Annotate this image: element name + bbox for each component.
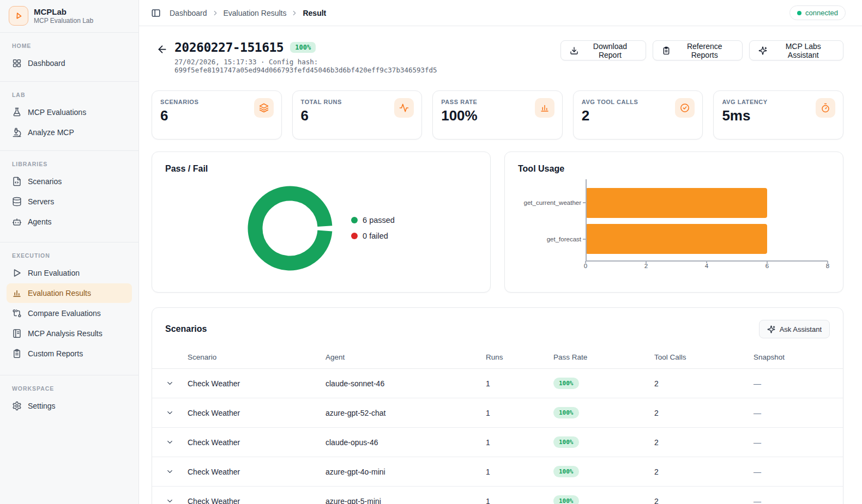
breadcrumb-dashboard[interactable]: Dashboard [170, 9, 207, 17]
mcp-labs-assistant-button[interactable]: MCP Labs Assistant [749, 40, 843, 60]
sidebar-item-label: Analyze MCP [28, 128, 74, 137]
tool-usage-category-label: get_forecast [518, 236, 586, 242]
sidebar-item-scenarios[interactable]: Scenarios [7, 172, 132, 191]
topbar: Dashboard Evaluation Results Result conn… [139, 0, 862, 26]
tool-usage-x-tick: 4 [705, 263, 708, 269]
tool-usage-bar-row: get_current_weather [518, 188, 828, 218]
chevron-down-icon[interactable] [166, 497, 188, 504]
sidebar-item-label: Compare Evaluations [28, 309, 101, 318]
stats-row: SCENARIOS 6 TOTAL RUNS 6 PASS RATE 100% … [152, 90, 843, 139]
chevron-down-icon[interactable] [166, 467, 188, 476]
table-row[interactable]: Check Weather claude-sonnet-46 1 100% 2 … [152, 369, 843, 398]
sidebar-item-label: MCP Evaluations [28, 108, 86, 117]
ask-assistant-button[interactable]: Ask Assistant [759, 320, 830, 338]
reference-reports-button[interactable]: Reference Reports [653, 40, 743, 60]
pass-rate-pill: 100% [553, 436, 579, 448]
pass-fail-title: Pass / Fail [165, 164, 477, 174]
breadcrumb-evaluation-results[interactable]: Evaluation Results [224, 9, 287, 17]
dashboard-grid-icon [12, 58, 22, 68]
charts-row: Pass / Fail 6 passed [152, 151, 843, 293]
main-area: Dashboard Evaluation Results Result conn… [139, 0, 862, 504]
chevron-down-icon[interactable] [166, 409, 188, 417]
table-row[interactable]: Check Weather azure-gpt-4o-mini 1 100% 2… [152, 457, 843, 487]
tool-usage-x-tick: 8 [826, 263, 829, 269]
app-name: MCPLab [34, 7, 93, 17]
run-meta: 27/02/2026, 15:17:33 · Config hash: 699f… [174, 58, 560, 74]
tool-usage-bar-row: get_forecast [518, 224, 828, 254]
section-label-libraries: LIBRARIES [7, 151, 132, 172]
sidebar-item-label: Evaluation Results [28, 289, 91, 297]
breadcrumb: Dashboard Evaluation Results Result [170, 9, 326, 17]
table-row[interactable]: Check Weather azure-gpt-5-mini 1 100% 2 … [152, 487, 843, 504]
tool-usage-x-tick: 2 [644, 263, 648, 269]
microscope-icon [12, 127, 22, 137]
sidebar-item-label: Settings [28, 402, 56, 410]
section-label-lab: LAB [7, 82, 132, 102]
connection-status-label: connected [805, 9, 838, 17]
sidebar: MCPLab MCP Evaluation Lab HOME Dashboard… [0, 0, 139, 504]
sidebar-item-analyze-mcp[interactable]: Analyze MCP [7, 123, 132, 142]
chevron-down-icon[interactable] [166, 438, 188, 446]
bar-chart-icon [12, 288, 22, 298]
failed-dot-icon [351, 233, 358, 239]
section-label-workspace: WORKSPACE [7, 375, 132, 396]
database-icon [12, 197, 22, 207]
clipboard-icon [662, 46, 671, 55]
sidebar-item-label: Scenarios [28, 177, 62, 186]
download-report-button[interactable]: Download Report [560, 40, 646, 60]
sidebar-item-mcp-analysis-results[interactable]: MCP Analysis Results [7, 324, 132, 343]
tool-usage-bar [586, 224, 767, 254]
sidebar-item-mcp-evaluations[interactable]: MCP Evaluations [7, 102, 132, 122]
chevron-right-icon [291, 9, 298, 17]
sidebar-item-run-evaluation[interactable]: Run Evaluation [7, 263, 132, 283]
sidebar-item-label: Dashboard [28, 59, 65, 68]
sidebar-nav: HOME Dashboard LAB MCP Evaluations Analy… [0, 33, 138, 423]
chevron-down-icon[interactable] [166, 379, 188, 387]
pass-rate-badge: 100% [290, 42, 316, 53]
sidebar-item-settings[interactable]: Settings [7, 396, 132, 416]
app-logo[interactable]: MCPLab MCP Evaluation Lab [0, 0, 138, 32]
sidebar-item-servers[interactable]: Servers [7, 192, 132, 211]
sidebar-item-custom-reports[interactable]: Custom Reports [7, 344, 132, 363]
stat-card-total-runs: TOTAL RUNS 6 [292, 90, 423, 139]
tool-usage-chart: get_current_weatherget_forecast 02468 [518, 181, 830, 274]
sidebar-item-dashboard[interactable]: Dashboard [7, 53, 132, 73]
sidebar-item-label: MCP Analysis Results [28, 329, 103, 338]
legend-failed: 0 failed [351, 232, 395, 240]
column-tool-calls: Tool Calls [654, 353, 754, 361]
column-snapshot: Snapshot [754, 353, 843, 361]
column-agent: Agent [325, 353, 486, 361]
status-dot-icon [797, 11, 801, 15]
table-row[interactable]: Check Weather azure-gpt-52-chat 1 100% 2… [152, 398, 843, 428]
column-scenario: Scenario [188, 353, 325, 361]
section-label-execution: EXECUTION [7, 242, 132, 263]
bot-icon [12, 217, 22, 227]
result-header: 20260227-151615 100% 27/02/2026, 15:17:3… [152, 40, 843, 74]
sparkles-icon [758, 46, 767, 55]
table-row[interactable]: Check Weather claude-opus-46 1 100% 2 — [152, 428, 843, 457]
connection-status-badge: connected [789, 5, 846, 20]
sidebar-toggle-icon[interactable] [151, 8, 161, 18]
bar-chart-icon [535, 98, 554, 118]
notebook-icon [12, 329, 22, 338]
sidebar-item-compare-evaluations[interactable]: Compare Evaluations [7, 303, 132, 323]
table-header-row: Scenario Agent Runs Pass Rate Tool Calls… [152, 346, 843, 369]
tool-usage-bars: get_current_weatherget_forecast [518, 181, 828, 260]
stat-card-scenarios: SCENARIOS 6 [152, 90, 282, 139]
pass-fail-legend: 6 passed 0 failed [351, 216, 395, 240]
section-label-home: HOME [7, 33, 132, 53]
sidebar-item-agents[interactable]: Agents [7, 212, 132, 232]
chevron-right-icon [212, 9, 219, 17]
tool-usage-bar [586, 188, 767, 218]
sidebar-item-evaluation-results[interactable]: Evaluation Results [7, 283, 132, 303]
content: 20260227-151615 100% 27/02/2026, 15:17:3… [139, 26, 862, 504]
pass-rate-pill: 100% [553, 495, 579, 504]
tool-usage-category-label: get_current_weather [518, 199, 586, 206]
sidebar-item-label: Run Evaluation [28, 269, 80, 277]
tool-usage-x-tick: 0 [584, 263, 587, 269]
sidebar-item-label: Agents [28, 217, 52, 226]
back-button[interactable] [156, 44, 168, 55]
scenarios-title: Scenarios [165, 324, 207, 334]
sparkles-icon [767, 325, 775, 333]
activity-icon [394, 98, 414, 118]
